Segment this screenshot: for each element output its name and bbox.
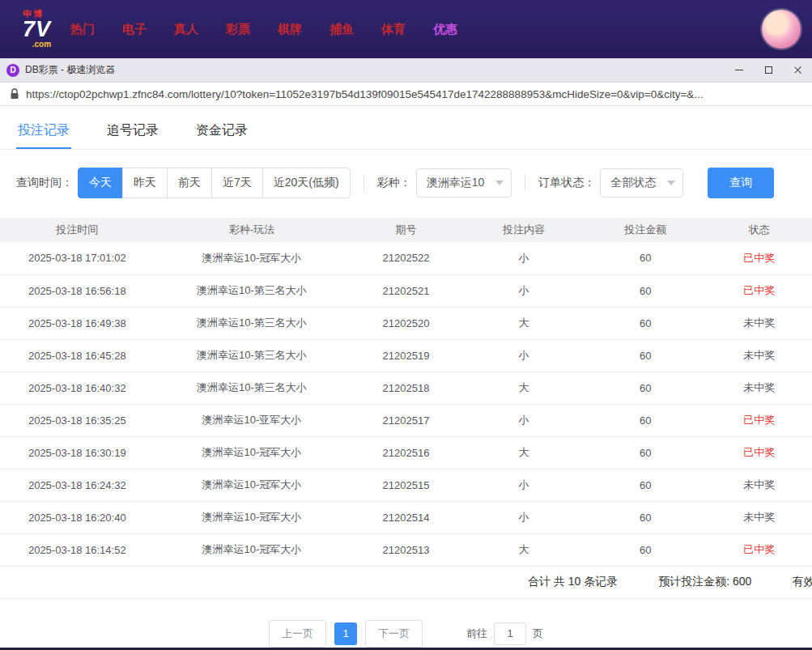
filter-bar: 查询时间： 今天 昨天 前天 近7天 近20天(低频) 彩种： 澳洲幸运10 订… bbox=[0, 168, 812, 198]
summary-bar: 合计 共 10 条记录 预计投注金额: 600 有效投注金额 bbox=[0, 567, 812, 599]
cell-amount: 60 bbox=[585, 307, 706, 339]
order-status-select[interactable]: 全部状态 bbox=[600, 168, 683, 198]
nav-item-fishing[interactable]: 捕鱼 bbox=[328, 17, 355, 42]
cell-status: 已中奖 bbox=[707, 274, 812, 307]
time-filter-today[interactable]: 今天 bbox=[78, 168, 123, 198]
time-filter-daybefore[interactable]: 前天 bbox=[167, 168, 212, 198]
cell-amount: 60 bbox=[585, 242, 706, 274]
tab-chase-records[interactable]: 追号记录 bbox=[105, 114, 160, 149]
table-row: 2025-03-18 17:01:02 澳洲幸运10-冠军大小 21202522… bbox=[0, 242, 812, 274]
window-controls bbox=[725, 58, 812, 82]
url-bar: https://ctop02pchwp1.zfnc84.com/lottery/… bbox=[0, 83, 812, 106]
tab-bet-records[interactable]: 投注记录 bbox=[16, 114, 71, 149]
cell-content: 大 bbox=[463, 533, 585, 566]
cell-amount: 60 bbox=[585, 404, 706, 436]
cell-status: 未中奖 bbox=[707, 501, 812, 533]
cell-game-play: 澳洲幸运10-冠军大小 bbox=[155, 533, 350, 566]
cell-bet-time: 2025-03-18 16:20:40 bbox=[0, 501, 155, 533]
search-button[interactable]: 查询 bbox=[708, 168, 774, 198]
nav-items: 热门 电子 真人 彩票 棋牌 捕鱼 体育 优惠 bbox=[69, 17, 459, 42]
cell-issue: 21202519 bbox=[349, 339, 462, 372]
order-status-value: 全部状态 bbox=[610, 176, 656, 190]
table-row: 2025-03-18 16:49:38 澳洲幸运10-第三名大小 2120252… bbox=[0, 307, 812, 339]
user-avatar[interactable] bbox=[762, 10, 801, 49]
cell-issue: 21202520 bbox=[349, 307, 462, 339]
col-header-bet-time: 投注时间 bbox=[0, 218, 155, 242]
site-logo[interactable]: 申博 7V .com bbox=[23, 10, 51, 49]
nav-item-hot[interactable]: 热门 bbox=[69, 17, 96, 42]
close-icon bbox=[793, 66, 802, 74]
cell-status: 已中奖 bbox=[707, 242, 812, 274]
browser-app-icon: D bbox=[6, 64, 19, 77]
filter-divider bbox=[363, 176, 364, 190]
nav-item-live[interactable]: 真人 bbox=[172, 17, 200, 42]
cell-content: 小 bbox=[463, 501, 585, 533]
lottery-select[interactable]: 澳洲幸运10 bbox=[416, 168, 512, 198]
record-tabs: 投注记录 追号记录 资金记录 bbox=[0, 114, 812, 150]
minimize-button[interactable] bbox=[725, 58, 754, 82]
cell-status: 未中奖 bbox=[707, 372, 812, 404]
col-header-game-play: 彩种-玩法 bbox=[155, 218, 350, 242]
cell-bet-time: 2025-03-18 16:40:32 bbox=[0, 372, 155, 404]
cell-bet-time: 2025-03-18 16:49:38 bbox=[0, 307, 155, 339]
nav-item-sports[interactable]: 体育 bbox=[380, 17, 407, 42]
cell-issue: 21202522 bbox=[349, 242, 462, 274]
lottery-select-value: 澳洲幸运10 bbox=[427, 176, 485, 190]
site-nav: 申博 7V .com 热门 电子 真人 彩票 棋牌 捕鱼 体育 优惠 bbox=[0, 0, 812, 58]
maximize-button[interactable] bbox=[754, 58, 783, 82]
cell-status: 已中奖 bbox=[707, 404, 812, 436]
cell-game-play: 澳洲幸运10-冠军大小 bbox=[155, 469, 350, 501]
prev-page-button[interactable]: 上一页 bbox=[269, 620, 326, 648]
table-row: 2025-03-18 16:24:32 澳洲幸运10-冠军大小 21202515… bbox=[0, 469, 812, 501]
cell-bet-time: 2025-03-18 16:24:32 bbox=[0, 469, 155, 501]
pagination: 上一页 1 下一页 前往 页 bbox=[0, 620, 812, 648]
cell-bet-time: 2025-03-18 16:30:19 bbox=[0, 436, 155, 469]
cell-status: 未中奖 bbox=[707, 307, 812, 339]
next-page-button[interactable]: 下一页 bbox=[365, 620, 423, 648]
cell-content: 小 bbox=[463, 339, 585, 372]
summary-valid: 有效投注金额 bbox=[792, 575, 812, 589]
table-row: 2025-03-18 16:45:28 澳洲幸运10-第三名大小 2120251… bbox=[0, 339, 812, 372]
cell-content: 大 bbox=[463, 307, 585, 339]
lock-icon bbox=[10, 88, 19, 100]
filter-divider bbox=[525, 176, 525, 190]
goto-label: 前往 bbox=[466, 627, 487, 641]
col-header-amount: 投注金额 bbox=[585, 218, 706, 242]
goto-page-input[interactable] bbox=[494, 622, 526, 645]
browser-titlebar: D DB彩票 - 极速浏览器 bbox=[0, 58, 812, 83]
minimize-icon bbox=[735, 70, 743, 70]
cell-bet-time: 2025-03-18 16:56:18 bbox=[0, 274, 155, 307]
close-button[interactable] bbox=[783, 58, 812, 82]
cell-bet-time: 2025-03-18 16:35:25 bbox=[0, 404, 155, 436]
time-filter-20days[interactable]: 近20天(低频) bbox=[262, 168, 351, 198]
time-filter-group: 今天 昨天 前天 近7天 近20天(低频) bbox=[78, 168, 351, 198]
cell-game-play: 澳洲幸运10-冠军大小 bbox=[155, 501, 350, 533]
cell-content: 小 bbox=[463, 242, 585, 274]
url-text[interactable]: https://ctop02pchwp1.zfnc84.com/lottery/… bbox=[26, 88, 802, 100]
cell-amount: 60 bbox=[585, 501, 706, 533]
nav-item-promo[interactable]: 优惠 bbox=[432, 17, 459, 42]
table-row: 2025-03-18 16:40:32 澳洲幸运10-第三名大小 2120251… bbox=[0, 372, 812, 404]
nav-item-lottery[interactable]: 彩票 bbox=[224, 17, 252, 42]
maximize-icon bbox=[765, 66, 772, 74]
cell-game-play: 澳洲幸运10-第三名大小 bbox=[155, 274, 350, 307]
page-number-current[interactable]: 1 bbox=[334, 622, 357, 645]
goto-suffix: 页 bbox=[533, 627, 543, 641]
cell-amount: 60 bbox=[585, 339, 706, 372]
time-filter-yesterday[interactable]: 昨天 bbox=[122, 168, 168, 198]
cell-game-play: 澳洲幸运10-第三名大小 bbox=[155, 372, 350, 404]
summary-total: 合计 共 10 条记录 bbox=[528, 575, 618, 589]
cell-game-play: 澳洲幸运10-冠军大小 bbox=[155, 436, 350, 469]
time-filter-7days[interactable]: 近7天 bbox=[211, 168, 263, 198]
cell-content: 大 bbox=[463, 372, 585, 404]
cell-bet-time: 2025-03-18 16:45:28 bbox=[0, 339, 155, 372]
tab-fund-records[interactable]: 资金记录 bbox=[194, 114, 249, 149]
cell-issue: 21202514 bbox=[349, 501, 462, 533]
cell-status: 已中奖 bbox=[707, 436, 812, 469]
cell-issue: 21202518 bbox=[349, 372, 462, 404]
nav-item-slots[interactable]: 电子 bbox=[121, 17, 148, 42]
table-row: 2025-03-18 16:14:52 澳洲幸运10-冠军大小 21202513… bbox=[0, 533, 812, 566]
cell-content: 小 bbox=[463, 469, 585, 501]
cell-content: 大 bbox=[463, 436, 585, 469]
nav-item-cards[interactable]: 棋牌 bbox=[276, 17, 304, 42]
